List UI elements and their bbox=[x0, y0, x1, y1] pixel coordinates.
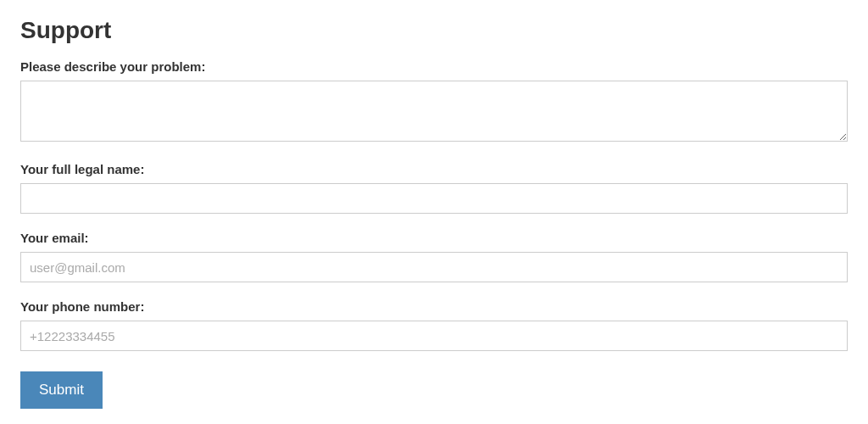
form-group-problem: Please describe your problem: bbox=[20, 59, 848, 145]
phone-input[interactable] bbox=[20, 321, 848, 351]
name-input[interactable] bbox=[20, 183, 848, 214]
name-label: Your full legal name: bbox=[20, 162, 848, 176]
phone-label: Your phone number: bbox=[20, 299, 848, 314]
form-group-email: Your email: bbox=[20, 231, 848, 282]
problem-label: Please describe your problem: bbox=[20, 59, 848, 74]
page-title: Support bbox=[20, 17, 848, 44]
form-group-name: Your full legal name: bbox=[20, 162, 848, 214]
email-input[interactable] bbox=[20, 252, 848, 282]
form-group-phone: Your phone number: bbox=[20, 299, 848, 351]
problem-textarea[interactable] bbox=[20, 81, 848, 142]
support-form: Please describe your problem: Your full … bbox=[20, 59, 848, 409]
email-label: Your email: bbox=[20, 231, 848, 245]
submit-button[interactable]: Submit bbox=[20, 371, 103, 409]
